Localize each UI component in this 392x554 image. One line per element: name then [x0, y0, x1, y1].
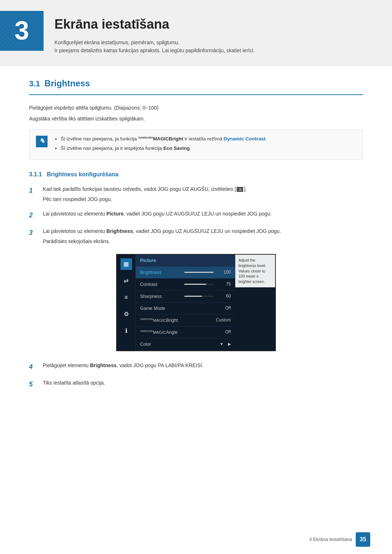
- step-4-text: Pielāgojiet elementu Brightness, vadot J…: [43, 361, 363, 370]
- menu-item-color-label: Color: [140, 341, 220, 348]
- sidebar-icon-list: ≡: [121, 292, 132, 303]
- main-content: 3.1 Brightness Pielāgojiet vispārējo att…: [0, 66, 392, 418]
- step-5-number: 5: [29, 379, 39, 390]
- step-2-text: Lai pārvietotos uz elementu Picture, vad…: [43, 210, 363, 218]
- note-icon: ✎: [36, 136, 48, 147]
- menu-item-magicbright-label: SAMSUNGMAGICBright: [140, 317, 216, 324]
- bright-label: Bright: [169, 136, 183, 141]
- step-5: 5 Tiks iestatīta atlasītā opcija.: [29, 379, 363, 390]
- page: 3 Ekrāna iestatīšana Konfigurējiet ekrān…: [0, 0, 392, 554]
- note1-end: .: [265, 136, 267, 141]
- note1-mid: ir iestatīta režīmā: [183, 136, 224, 141]
- screen-menu-content: Picture Brightness 100 Contrast: [136, 255, 235, 350]
- chapter-desc2: Ir pieejams detalizēts katras funkcijas …: [54, 46, 255, 54]
- footer-page-number: 35: [356, 532, 370, 547]
- note-block: ✎ Šī izvēlne nav pieejama, ja funkcija S…: [29, 130, 363, 160]
- menu-item-brightness-bar: 100: [184, 269, 231, 276]
- menu-item-sharpness-value: 60: [216, 293, 231, 300]
- brand-label: SAMSUNG: [138, 136, 153, 139]
- menu-item-brightness[interactable]: Brightness 100: [136, 267, 235, 279]
- chapter-number: 3: [0, 11, 44, 51]
- eco-saving-label: Eco Saving: [163, 145, 190, 151]
- section-desc2: Augstāka vērtība liks attēlam izskatītie…: [29, 115, 363, 123]
- sidebar-icon-settings: ⚙: [121, 308, 132, 320]
- step-4-bold: Brightness: [90, 362, 117, 368]
- screen-sidebar: ▦ ⇄ ≡ ⚙ ℹ: [117, 255, 136, 350]
- menu-item-gamemode-value: Off: [216, 305, 231, 312]
- sidebar-icon-info: ℹ: [121, 325, 132, 337]
- menu-item-contrast[interactable]: Contrast 75: [136, 279, 235, 291]
- screen-mockup: ▦ ⇄ ≡ ⚙ ℹ Picture Brightness: [116, 254, 276, 351]
- step-1: 1 Kad tiek parādīts funkcijas taustiņu c…: [29, 185, 363, 203]
- dynamic-contrast-label: Dynamic Contrast: [224, 136, 266, 141]
- menu-item-gamemode[interactable]: Game Mode Off: [136, 303, 235, 315]
- step-1-number: 1: [29, 185, 39, 196]
- menu-item-gamemode-label: Game Mode: [140, 305, 216, 312]
- magic-label: MAGIC: [153, 136, 169, 141]
- subsection-number: 3.1.1: [29, 171, 42, 177]
- chapter-desc1: Konfigurējiet ekrāna iestatījumus, piemē…: [54, 38, 255, 46]
- menu-item-magicangle[interactable]: SAMSUNGMAGICAngle Off: [136, 327, 235, 338]
- subsection-heading: 3.1.1 Brightness konfigurēšana: [29, 170, 363, 179]
- step-2-number: 2: [29, 210, 39, 221]
- menu-item-magicangle-value: Off: [216, 329, 231, 336]
- note2-start: Šī izvēlne nav pieejama, ja ir iespējota…: [61, 145, 163, 151]
- menu-item-sharpness[interactable]: Sharpness 60: [136, 291, 235, 303]
- menu-item-sharpness-bar: 60: [184, 293, 231, 300]
- menu-item-sharpness-label: Sharpness: [140, 293, 184, 300]
- footer-chapter-label: 3 Ekrāna iestatīšana: [309, 536, 352, 543]
- screen-tooltip: Adjust the brightness level. Values clos…: [235, 255, 275, 287]
- section-number: 3.1: [29, 77, 40, 90]
- menu-item-brightness-value: 100: [216, 269, 231, 276]
- step-1-sub: Pēc tam nospiediet JOG pogu.: [43, 195, 247, 203]
- sidebar-icon-picture: ⇄: [121, 275, 132, 287]
- note-item-2: Šī izvēlne nav pieejama, ja ir iespējota…: [61, 144, 267, 153]
- menu-item-color-arrow: ▼ ▶: [220, 341, 231, 348]
- chapter-title-block: Ekrāna iestatīšana Konfigurējiet ekrāna …: [54, 11, 255, 54]
- subsection-title: Brightness konfigurēšana: [47, 171, 118, 177]
- section-heading: 3.1 Brightness: [29, 77, 363, 95]
- menu-item-magicbright[interactable]: SAMSUNGMAGICBright Custom: [136, 315, 235, 327]
- screen-mockup-wrapper: ▦ ⇄ ≡ ⚙ ℹ Picture Brightness: [29, 254, 363, 351]
- menu-item-brightness-label: Brightness: [140, 269, 184, 276]
- sidebar-icon-menu: ▦: [121, 258, 132, 270]
- step-2: 2 Lai pārvietotos uz elementu Picture, v…: [29, 210, 363, 221]
- note2-end: .: [190, 145, 191, 151]
- chapter-header: 3 Ekrāna iestatīšana Konfigurējiet ekrān…: [0, 0, 392, 66]
- note1-text: Šī izvēlne nav pieejama, ja funkcija: [61, 136, 138, 141]
- step-3-number: 3: [29, 227, 39, 238]
- menu-item-contrast-bar: 75: [184, 281, 231, 288]
- section-desc1: Pielāgojiet vispārējo attēla spilgtumu. …: [29, 104, 363, 112]
- section-title: Brightness: [45, 77, 90, 90]
- menu-item-contrast-label: Contrast: [140, 281, 184, 288]
- note-item-1: Šī izvēlne nav pieejama, ja funkcija SAM…: [61, 135, 267, 143]
- step-2-bold: Picture: [106, 211, 123, 217]
- step-3-sub: Parādīsies sekojošais ekrāns.: [43, 237, 281, 245]
- page-footer: 3 Ekrāna iestatīšana 35: [309, 532, 370, 547]
- note-content: Šī izvēlne nav pieejama, ja funkcija SAM…: [53, 135, 267, 155]
- step-3-text: Lai pārvietotos uz elementu Brightness, …: [43, 227, 281, 236]
- menu-item-magicangle-label: SAMSUNGMAGICAngle: [140, 329, 216, 336]
- menu-item-contrast-value: 75: [216, 281, 231, 288]
- steps-list: 1 Kad tiek parādīts funkcijas taustiņu c…: [29, 185, 363, 390]
- chapter-title: Ekrāna iestatīšana: [54, 14, 255, 35]
- step-3: 3 Lai pārvietotos uz elementu Brightness…: [29, 227, 363, 245]
- menu-item-color[interactable]: Color ▼ ▶: [136, 338, 235, 350]
- step-1-text: Kad tiek parādīts funkcijas taustiņu ceļ…: [43, 185, 247, 194]
- step-5-text: Tiks iestatīta atlasītā opcija.: [43, 379, 363, 387]
- menu-item-magicbright-value: Custom: [216, 317, 231, 324]
- step-4-number: 4: [29, 362, 39, 372]
- menu-header: Picture: [136, 255, 235, 267]
- step-4: 4 Pielāgojiet elementu Brightness, vadot…: [29, 361, 363, 372]
- step-3-bold: Brightness: [106, 228, 133, 234]
- menu-icon: [237, 187, 243, 192]
